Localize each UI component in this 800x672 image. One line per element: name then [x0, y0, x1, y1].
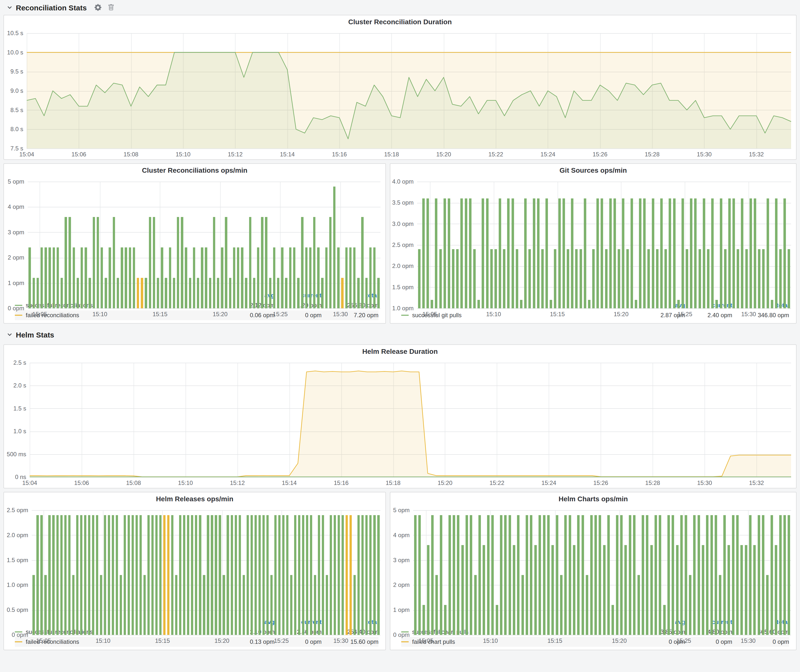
bar	[745, 249, 748, 308]
bar	[779, 249, 782, 308]
bar	[85, 247, 87, 308]
bar	[314, 575, 316, 635]
bar	[598, 515, 601, 635]
bar	[590, 515, 593, 635]
y-axis-label: 5 opm	[8, 178, 24, 185]
panel-helm-charts-opm: Helm Charts ops/min 0 opm1 opm2 opm3 opm…	[390, 492, 797, 650]
bar	[197, 278, 199, 308]
bar	[285, 278, 287, 308]
x-axis-label: 15:18	[384, 151, 399, 158]
panel-title[interactable]: Cluster Reconciliation Duration	[4, 15, 796, 28]
bar	[309, 247, 312, 308]
bar	[469, 198, 472, 308]
bar	[249, 217, 251, 308]
bar	[452, 249, 454, 308]
section-settings-button[interactable]	[93, 3, 103, 11]
section-delete-button[interactable]	[107, 3, 116, 11]
bar	[239, 515, 241, 635]
x-axis-label: 15:25	[676, 637, 691, 644]
y-axis-label: 0 opm	[8, 305, 24, 312]
y-axis-label: 10.0 s	[7, 49, 23, 56]
bar	[766, 198, 769, 308]
bar	[326, 575, 328, 635]
bar	[310, 515, 312, 635]
bar	[698, 515, 700, 635]
y-axis-label: 0 opm	[393, 631, 410, 638]
bar	[732, 515, 734, 635]
y-axis-label: 9.5 s	[10, 68, 23, 75]
bar	[365, 515, 368, 635]
bar	[453, 515, 455, 635]
bar	[456, 249, 459, 308]
panel-title[interactable]: Cluster Reconciliations ops/min	[4, 164, 386, 177]
bar	[259, 515, 261, 635]
bar	[609, 198, 612, 308]
bar	[509, 515, 511, 635]
bar	[342, 515, 344, 635]
bar	[762, 515, 764, 635]
panel-title[interactable]: Helm Releases ops/min	[4, 492, 386, 505]
bar	[183, 515, 185, 635]
git-sources-chart: 1.0 opm1.5 opm2.0 opm2.5 opm3.0 opm3.5 o…	[390, 177, 796, 299]
bar	[448, 515, 451, 635]
panel-title[interactable]: Helm Charts ops/min	[390, 492, 796, 505]
bar	[418, 249, 421, 308]
bar	[113, 217, 115, 308]
bar	[233, 247, 235, 308]
bar	[533, 198, 535, 308]
bar	[243, 575, 245, 635]
x-axis-label: 15:25	[677, 311, 692, 317]
panel-title[interactable]: Helm Release Duration	[4, 345, 796, 358]
bar	[689, 575, 691, 635]
bar	[616, 515, 618, 635]
bar	[40, 247, 43, 308]
bar	[104, 515, 106, 635]
bar	[64, 217, 67, 308]
section-title: Reconciliation Stats	[16, 3, 87, 12]
bar	[586, 575, 588, 635]
bar	[539, 515, 541, 635]
bar	[211, 515, 213, 635]
bar	[153, 217, 155, 308]
x-axis-label: 15:18	[386, 480, 400, 486]
bar	[620, 515, 622, 635]
bar	[758, 249, 760, 308]
x-axis-label: 15:30	[741, 637, 755, 644]
panel-title[interactable]: Git Sources ops/min	[390, 164, 796, 177]
git-sources-opm-plot: 1.0 opm1.5 opm2.0 opm2.5 opm3.0 opm3.5 o…	[390, 177, 796, 319]
bar	[177, 217, 179, 308]
y-axis-label: 1.5 s	[13, 405, 26, 412]
bar	[124, 515, 126, 635]
bar	[588, 300, 590, 308]
bar	[711, 198, 714, 308]
bar	[618, 249, 620, 308]
bar	[733, 198, 735, 308]
y-axis-label: 3.0 opm	[392, 221, 414, 227]
bar	[624, 545, 627, 635]
section-header-helm-stats[interactable]: Helm Stats	[3, 328, 797, 341]
bar	[155, 515, 158, 635]
x-axis-label: 15:26	[593, 480, 608, 486]
bar	[643, 198, 646, 308]
x-axis-label: 15:30	[333, 637, 348, 644]
bar	[227, 515, 229, 635]
bar	[723, 515, 726, 635]
bar	[222, 575, 225, 635]
section-header-reconciliation-stats[interactable]: Reconciliation Stats	[3, 0, 797, 15]
bar	[333, 187, 336, 308]
bar	[261, 217, 263, 308]
bar	[719, 575, 722, 635]
bar	[605, 249, 608, 308]
bar	[474, 575, 477, 635]
bar	[749, 515, 752, 635]
bar	[245, 278, 247, 308]
x-axis-label: 15:05	[419, 637, 434, 644]
bar	[131, 515, 134, 635]
bar	[297, 278, 299, 308]
x-axis-label: 15:30	[741, 311, 756, 317]
bar	[221, 247, 223, 308]
bar	[133, 247, 135, 308]
bar	[431, 515, 434, 635]
bar	[209, 278, 211, 308]
y-axis-label: 2 opm	[393, 581, 410, 588]
